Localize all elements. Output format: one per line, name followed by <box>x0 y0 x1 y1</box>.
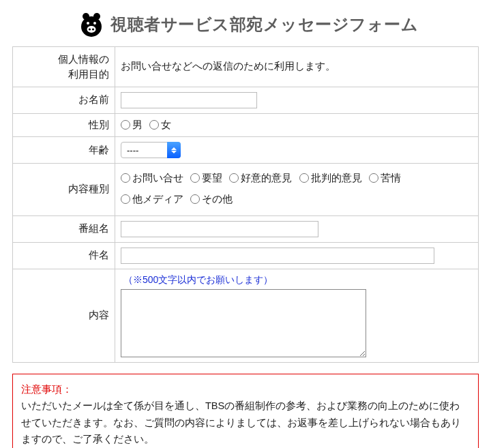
gender-label-male: 男 <box>132 119 143 132</box>
notice-title: 注意事項： <box>21 384 72 395</box>
label-subject: 件名 <box>13 242 115 269</box>
svg-point-4 <box>93 22 96 25</box>
type-label-6: その他 <box>202 190 233 209</box>
message-form-table: 個人情報の 利用目的 お問い合せなどへの返信のために利用します。 お名前 性別 … <box>12 46 479 363</box>
content-textarea[interactable] <box>121 289 366 357</box>
type-radio-2[interactable] <box>229 173 239 183</box>
notice-body: いただいたメールは全て係が目を通し、TBSの番組制作の参考、および業務の向上のた… <box>21 400 461 445</box>
svg-point-7 <box>92 28 94 30</box>
type-radio-6[interactable] <box>190 194 200 204</box>
gender-label-female: 女 <box>161 119 171 132</box>
label-content: 内容 <box>13 269 115 362</box>
mascot-icon <box>78 11 105 38</box>
page-title: 視聴者サービス部宛メッセージフォーム <box>110 14 418 35</box>
label-type: 内容種別 <box>13 164 115 216</box>
label-program: 番組名 <box>13 215 115 242</box>
type-radio-3[interactable] <box>299 173 309 183</box>
type-label-2: 好意的意見 <box>241 168 292 188</box>
type-label-1: 要望 <box>202 168 222 188</box>
type-label-0: お問い合せ <box>132 168 183 188</box>
page-title-row: 視聴者サービス部宛メッセージフォーム <box>78 11 479 38</box>
type-radio-0[interactable] <box>121 173 130 183</box>
label-gender: 性別 <box>13 113 115 137</box>
gender-group: 男 女 <box>115 113 479 137</box>
svg-point-6 <box>89 28 91 30</box>
name-input[interactable] <box>121 92 257 108</box>
subject-input[interactable] <box>121 248 434 264</box>
gender-radio-female[interactable] <box>149 120 159 130</box>
label-name: お名前 <box>13 87 115 113</box>
label-age: 年齢 <box>13 137 115 164</box>
label-purpose: 個人情報の 利用目的 <box>13 47 115 87</box>
type-label-4: 苦情 <box>381 168 401 188</box>
type-label-3: 批判的意見 <box>311 168 362 188</box>
type-radio-1[interactable] <box>190 173 200 183</box>
type-group: お問い合せ 要望 好意的意見 批判的意見 苦情 他メディア その他 <box>115 164 479 216</box>
value-purpose: お問い合せなどへの返信のために利用します。 <box>115 47 479 87</box>
type-label-5: 他メディア <box>132 190 183 209</box>
age-select[interactable]: ---- <box>121 142 181 158</box>
content-hint: （※500文字以内でお願いします） <box>123 274 473 286</box>
program-input[interactable] <box>121 221 318 237</box>
gender-radio-male[interactable] <box>121 120 130 130</box>
svg-point-3 <box>87 22 89 25</box>
notice-box: 注意事項： いただいたメールは全て係が目を通し、TBSの番組制作の参考、および業… <box>12 374 479 449</box>
svg-point-5 <box>87 26 96 33</box>
type-radio-5[interactable] <box>121 194 130 204</box>
type-radio-4[interactable] <box>369 173 378 183</box>
